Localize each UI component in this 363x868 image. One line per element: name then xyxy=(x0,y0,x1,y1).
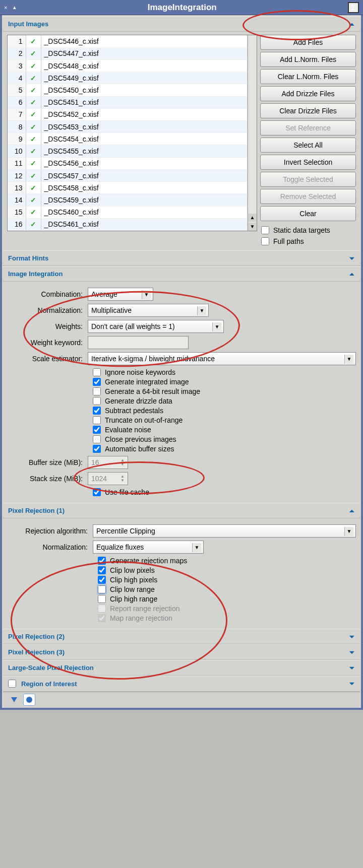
file-row[interactable]: 10_DSC5455_c.xisf xyxy=(8,145,248,157)
apply-icon[interactable] xyxy=(23,694,35,706)
titlebar[interactable]: × ▴ ImageIntegration Σ xyxy=(0,0,363,15)
section-pixel-rejection-3[interactable]: Pixel Rejection (3) ⏷ xyxy=(3,644,360,660)
close-icon[interactable]: × xyxy=(4,5,7,11)
scrollbar[interactable]: ▲ ▼ xyxy=(248,35,257,231)
gen-drizzle-checkbox[interactable] xyxy=(93,397,101,405)
chevron-down-icon: ▼ xyxy=(212,322,221,331)
gen-64bit-checkbox[interactable] xyxy=(93,387,101,395)
auto-buffer-checkbox[interactable] xyxy=(93,445,101,453)
buffer-size-label: Buffer size (MiB): xyxy=(7,458,88,466)
sigma-icon[interactable]: Σ xyxy=(348,2,359,13)
chevron-up-icon: ⏶ xyxy=(349,21,355,28)
use-file-cache-checkbox[interactable] xyxy=(93,488,101,496)
eval-noise-checkbox[interactable] xyxy=(93,426,101,434)
file-name: _DSC5459_c.xisf xyxy=(41,194,248,206)
file-name: _DSC5451_c.xisf xyxy=(41,96,248,108)
section-input-images[interactable]: Input Images ⏶ xyxy=(3,16,360,32)
file-index: 13 xyxy=(8,182,26,194)
section-format-hints[interactable]: Format Hints ⏷ xyxy=(3,250,360,266)
file-list[interactable]: 1_DSC5446_c.xisf2_DSC5447_c.xisf3_DSC544… xyxy=(7,35,257,231)
add-lnorm-button[interactable]: Add L.Norm. Files xyxy=(260,52,356,67)
scroll-down-icon[interactable]: ▼ xyxy=(248,223,257,231)
section-region-of-interest[interactable]: Region of Interest ⏷ xyxy=(3,676,360,692)
file-row[interactable]: 13_DSC5458_c.xisf xyxy=(8,182,248,194)
static-targets-checkbox[interactable]: Static data targets xyxy=(261,226,356,234)
weight-keyword-label: Weight keyword: xyxy=(7,339,88,347)
file-row[interactable]: 8_DSC5453_c.xisf xyxy=(8,121,248,133)
check-icon xyxy=(26,206,41,218)
file-index: 5 xyxy=(8,84,26,96)
remove-selected-button[interactable]: Remove Selected xyxy=(260,189,356,204)
file-row[interactable]: 14_DSC5459_c.xisf xyxy=(8,194,248,206)
file-index: 11 xyxy=(8,157,26,169)
truncate-checkbox[interactable] xyxy=(93,416,101,424)
section-image-integration[interactable]: Image Integration ⏶ xyxy=(3,266,360,282)
section-title: Region of Interest xyxy=(21,680,77,688)
gen-integrated-checkbox[interactable] xyxy=(93,378,101,386)
file-row[interactable]: 6_DSC5451_c.xisf xyxy=(8,96,248,108)
section-title: Pixel Rejection (2) xyxy=(8,633,65,640)
file-row[interactable]: 3_DSC5448_c.xisf xyxy=(8,59,248,72)
add-drizzle-button[interactable]: Add Drizzle Files xyxy=(260,86,356,101)
file-row[interactable]: 7_DSC5452_c.xisf xyxy=(8,108,248,120)
new-instance-icon[interactable] xyxy=(7,694,19,706)
clip-high-pixels-checkbox[interactable] xyxy=(98,576,106,584)
select-all-button[interactable]: Select All xyxy=(260,138,356,153)
window-title: ImageIntegration xyxy=(16,3,348,13)
clip-high-range-checkbox[interactable] xyxy=(98,595,106,603)
file-row[interactable]: 11_DSC5456_c.xisf xyxy=(8,157,248,169)
combination-select[interactable]: Average▼ xyxy=(88,288,153,301)
check-icon xyxy=(26,121,41,133)
chevron-down-icon: ⏷ xyxy=(349,255,355,262)
file-name: _DSC5449_c.xisf xyxy=(41,72,248,84)
set-reference-button[interactable]: Set Reference xyxy=(260,120,356,136)
file-name: _DSC5446_c.xisf xyxy=(41,35,248,47)
file-name: _DSC5460_c.xisf xyxy=(41,206,248,218)
clear-drizzle-button[interactable]: Clear Drizzle Files xyxy=(260,103,356,118)
file-row[interactable]: 9_DSC5454_c.xisf xyxy=(8,133,248,145)
weights-select[interactable]: Don't care (all weights = 1)▼ xyxy=(88,320,224,333)
file-row[interactable]: 1_DSC5446_c.xisf xyxy=(8,35,248,47)
file-row[interactable]: 16_DSC5461_c.xisf xyxy=(8,218,248,230)
rej-normalization-select[interactable]: Equalize fluxes▼ xyxy=(93,541,204,554)
scroll-up-icon[interactable]: ▲ xyxy=(248,214,257,222)
section-large-scale-rejection[interactable]: Large-Scale Pixel Rejection ⏷ xyxy=(3,660,360,676)
check-icon xyxy=(26,133,41,145)
gen-rejection-maps-checkbox[interactable] xyxy=(98,557,106,565)
chevron-up-icon: ⏶ xyxy=(349,507,355,514)
check-icon xyxy=(26,182,41,194)
section-pixel-rejection-1[interactable]: Pixel Rejection (1) ⏶ xyxy=(3,503,360,518)
rej-normalization-label: Normalization: xyxy=(7,543,93,551)
file-name: _DSC5461_c.xisf xyxy=(41,218,248,230)
normalization-select[interactable]: Multiplicative▼ xyxy=(88,304,209,317)
file-row[interactable]: 2_DSC5447_c.xisf xyxy=(8,47,248,59)
file-row[interactable]: 12_DSC5457_c.xisf xyxy=(8,169,248,181)
weights-label: Weights: xyxy=(7,322,88,330)
roi-checkbox[interactable] xyxy=(8,680,16,688)
clip-low-range-checkbox[interactable] xyxy=(98,585,106,593)
normalization-label: Normalization: xyxy=(7,306,88,314)
clip-low-pixels-checkbox[interactable] xyxy=(98,566,106,574)
chevron-down-icon: ▼ xyxy=(344,527,353,536)
file-row[interactable]: 15_DSC5460_c.xisf xyxy=(8,206,248,218)
chevron-down-icon: ⏷ xyxy=(349,680,355,687)
toggle-selected-button[interactable]: Toggle Selected xyxy=(260,172,356,187)
ignore-noise-checkbox[interactable] xyxy=(93,368,101,376)
section-title: Pixel Rejection (3) xyxy=(8,648,65,656)
add-files-button[interactable]: Add Files xyxy=(260,35,356,50)
clear-button[interactable]: Clear xyxy=(260,206,356,221)
invert-selection-button[interactable]: Invert Selection xyxy=(260,155,356,170)
rejection-algorithm-select[interactable]: Percentile Clipping▼ xyxy=(93,524,356,538)
section-pixel-rejection-2[interactable]: Pixel Rejection (2) ⏷ xyxy=(3,629,360,644)
file-index: 12 xyxy=(8,169,26,181)
check-icon xyxy=(26,84,41,96)
clear-lnorm-button[interactable]: Clear L.Norm. Files xyxy=(260,69,356,84)
close-prev-checkbox[interactable] xyxy=(93,435,101,443)
scale-estimator-select[interactable]: Iterative k-sigma / biweight midvariance… xyxy=(88,352,356,365)
subtract-pedestals-checkbox[interactable] xyxy=(93,407,101,415)
full-paths-checkbox[interactable]: Full paths xyxy=(261,237,356,245)
footer xyxy=(3,692,360,707)
file-row[interactable]: 4_DSC5449_c.xisf xyxy=(8,72,248,84)
file-index: 10 xyxy=(8,145,26,157)
file-row[interactable]: 5_DSC5450_c.xisf xyxy=(8,84,248,96)
